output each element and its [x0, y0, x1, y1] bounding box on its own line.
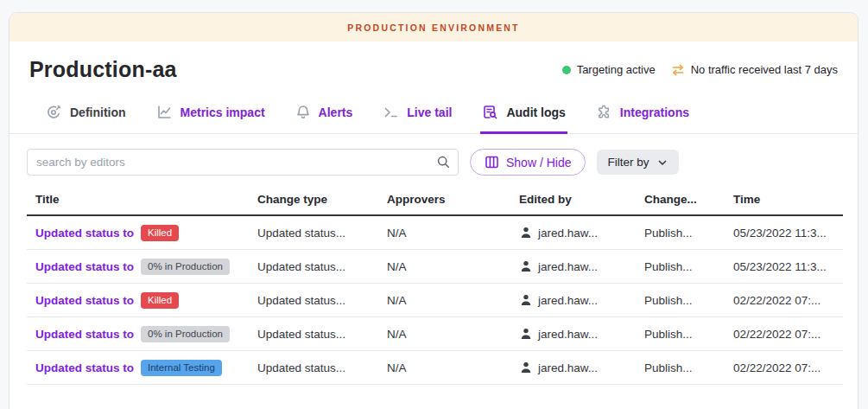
- cell-edited-by: jared.haw...: [538, 328, 598, 341]
- status-group: Targeting active No traffic received las…: [562, 63, 838, 77]
- edited-by-cell: jared.haw...: [519, 250, 641, 283]
- swap-arrows-icon: [671, 63, 685, 77]
- tab-audit-logs[interactable]: Audit logs: [480, 91, 567, 134]
- edited-by-cell: jared.haw...: [519, 216, 641, 249]
- table-row[interactable]: Updated status toKilled Updated status..…: [27, 215, 843, 250]
- cell-approvers: N/A: [387, 250, 519, 284]
- traffic-status-label: No traffic received last 7 days: [691, 63, 838, 76]
- tab-metrics-impact[interactable]: Metrics impact: [155, 91, 267, 134]
- cell-change: Publish...: [644, 250, 733, 284]
- cell-change-type: Updated status...: [257, 351, 387, 385]
- page-header: Production-aa Targeting active No traffi…: [10, 42, 858, 91]
- cell-edited-by: jared.haw...: [538, 227, 598, 240]
- line-chart-icon: [156, 104, 173, 120]
- column-header-title: Title: [27, 188, 257, 215]
- person-icon: [519, 293, 533, 307]
- column-header-change: Change...: [644, 188, 733, 215]
- puzzle-icon: [596, 104, 612, 120]
- row-title-link[interactable]: Updated status to: [35, 294, 134, 307]
- cell-change: Publish...: [644, 317, 733, 351]
- cell-change-type: Updated status...: [257, 215, 387, 250]
- search-input[interactable]: [27, 149, 459, 176]
- table-header-row: Title Change type Approvers Edited by Ch…: [27, 188, 843, 215]
- edited-by-cell: jared.haw...: [519, 351, 641, 384]
- edited-by-cell: jared.haw...: [519, 317, 641, 350]
- person-icon: [519, 361, 533, 374]
- environment-card: PRODUCTION ENVIRONMENT Production-aa Tar…: [9, 12, 858, 409]
- tab-integrations-label: Integrations: [620, 105, 689, 119]
- tab-bar: Definition Metrics impact Alerts: [10, 91, 858, 134]
- table-row[interactable]: Updated status to0% in Production Update…: [27, 317, 843, 351]
- bell-icon: [295, 104, 311, 120]
- green-dot-icon: [562, 66, 571, 74]
- production-environment-banner: PRODUCTION ENVIRONMENT: [10, 13, 858, 42]
- column-header-time: Time: [733, 188, 843, 215]
- cell-time: 02/22/2022 07:...: [733, 351, 843, 385]
- cell-edited-by: jared.haw...: [538, 260, 598, 273]
- status-badge: Killed: [141, 225, 179, 241]
- cell-change-type: Updated status...: [257, 284, 387, 317]
- cell-time: 02/22/2022 07:...: [733, 284, 843, 317]
- column-header-approvers: Approvers: [387, 188, 519, 215]
- filter-by-button[interactable]: Filter by: [597, 150, 678, 175]
- table-row[interactable]: Updated status toInternal Testing Update…: [27, 351, 843, 385]
- tab-live-tail[interactable]: Live tail: [381, 91, 453, 134]
- cell-edited-by: jared.haw...: [538, 294, 598, 307]
- traffic-status: No traffic received last 7 days: [671, 63, 838, 77]
- cell-time: 02/22/2022 07:...: [733, 317, 843, 351]
- cell-change: Publish...: [644, 351, 733, 385]
- tab-alerts[interactable]: Alerts: [294, 91, 355, 134]
- status-badge: 0% in Production: [141, 259, 230, 275]
- cell-change-type: Updated status...: [257, 317, 387, 351]
- cell-approvers: N/A: [387, 351, 519, 385]
- table-row[interactable]: Updated status to0% in Production Update…: [27, 250, 843, 284]
- target-edit-icon: [46, 104, 62, 120]
- row-title-link[interactable]: Updated status to: [35, 361, 134, 374]
- terminal-icon: [383, 104, 399, 120]
- audit-toolbar: Show / Hide Filter by: [27, 149, 840, 176]
- tab-live-tail-label: Live tail: [407, 105, 452, 119]
- targeting-status: Targeting active: [562, 63, 656, 76]
- tab-alerts-label: Alerts: [319, 105, 353, 119]
- show-hide-button[interactable]: Show / Hide: [470, 149, 586, 176]
- cell-approvers: N/A: [387, 317, 519, 351]
- edited-by-cell: jared.haw...: [519, 284, 641, 316]
- row-title-link[interactable]: Updated status to: [35, 227, 134, 240]
- tab-audit-logs-label: Audit logs: [506, 105, 565, 119]
- audit-log-table: Title Change type Approvers Edited by Ch…: [27, 188, 843, 385]
- person-icon: [519, 327, 533, 341]
- audit-log-search-icon: [482, 104, 498, 120]
- tab-integrations[interactable]: Integrations: [594, 91, 691, 134]
- status-badge: 0% in Production: [141, 326, 230, 342]
- tab-definition-label: Definition: [70, 105, 126, 119]
- targeting-status-label: Targeting active: [577, 63, 656, 76]
- cell-change-type: Updated status...: [257, 250, 387, 284]
- row-title-link[interactable]: Updated status to: [35, 260, 134, 273]
- status-badge: Killed: [141, 292, 179, 309]
- cell-edited-by: jared.haw...: [538, 361, 598, 374]
- chevron-down-icon: [656, 157, 668, 169]
- columns-icon: [485, 155, 499, 169]
- page-title: Production-aa: [29, 57, 177, 82]
- cell-time: 05/23/2022 11:3...: [733, 215, 843, 250]
- cell-change: Publish...: [644, 284, 733, 317]
- person-icon: [519, 259, 533, 273]
- table-row[interactable]: Updated status toKilled Updated status..…: [27, 284, 843, 317]
- cell-time: 05/23/2022 11:3...: [733, 250, 843, 284]
- tab-metrics-impact-label: Metrics impact: [181, 105, 265, 119]
- column-header-edited-by: Edited by: [519, 188, 644, 215]
- banner-label: PRODUCTION ENVIRONMENT: [347, 22, 520, 33]
- filter-by-label: Filter by: [607, 156, 649, 169]
- person-icon: [519, 226, 533, 240]
- row-title-link[interactable]: Updated status to: [35, 328, 134, 341]
- tab-definition[interactable]: Definition: [44, 91, 128, 134]
- status-badge: Internal Testing: [141, 360, 222, 376]
- cell-change: Publish...: [644, 215, 733, 250]
- show-hide-label: Show / Hide: [506, 156, 571, 169]
- search-wrap: [27, 149, 459, 176]
- cell-approvers: N/A: [387, 215, 519, 250]
- column-header-change-type: Change type: [257, 188, 387, 215]
- cell-approvers: N/A: [387, 284, 519, 317]
